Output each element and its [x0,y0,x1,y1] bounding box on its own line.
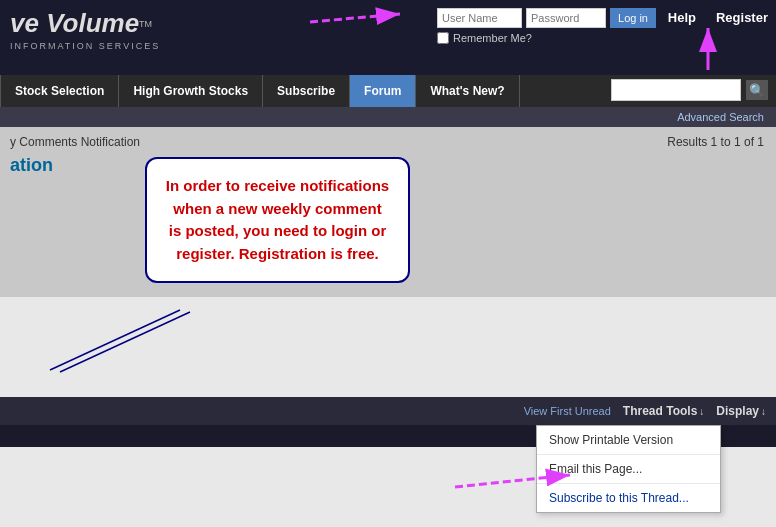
navbar: Stock Selection High Growth Stocks Subsc… [0,75,776,107]
search-input[interactable] [611,79,741,101]
display-button[interactable]: Display↓ [716,404,766,418]
nav-stock-selection[interactable]: Stock Selection [0,75,119,107]
password-input[interactable] [526,8,606,28]
notification-label: y Comments Notification [10,135,766,149]
dropdown-show-printable[interactable]: Show Printable Version [537,426,720,455]
login-button[interactable]: Log in [610,8,656,28]
help-button[interactable]: Help [668,10,696,25]
thread-bar: View First Unread Thread Tools↓ Display↓… [0,397,776,425]
username-input[interactable] [437,8,522,28]
header: ve VolumeTM INFORMATION SERVICES Log in … [0,0,776,75]
nav-high-growth[interactable]: High Growth Stocks [119,75,263,107]
login-row: Log in [437,8,656,28]
dropdown-email-page[interactable]: Email this Page... [537,455,720,484]
results-info: Results 1 to 1 of 1 [667,135,764,149]
advanced-search-bar: Advanced Search [0,107,776,127]
register-button[interactable]: Register [716,10,768,25]
logo-subtitle: INFORMATION SERVICES [10,41,160,51]
tooltip-box: In order to receive notifications when a… [145,157,410,283]
advanced-search-link[interactable]: Advanced Search [677,111,764,123]
content-area: y Comments Notification Results 1 to 1 o… [0,127,776,297]
search-icon[interactable]: 🔍 [746,80,768,100]
logo-text: ve VolumeTM [10,8,160,39]
thread-tools-dropdown: Show Printable Version Email this Page..… [536,425,721,513]
nav-whats-new[interactable]: What's New? [416,75,519,107]
nav-subscribe[interactable]: Subscribe [263,75,350,107]
thread-tools-button[interactable]: Thread Tools↓ [623,404,704,418]
nav-forum[interactable]: Forum [350,75,416,107]
remember-me-row: Remember Me? [437,32,656,44]
logo-area: ve VolumeTM INFORMATION SERVICES [10,8,160,51]
remember-me-label: Remember Me? [453,32,532,44]
svg-line-5 [60,312,190,372]
login-area: Log in Remember Me? [437,8,656,44]
svg-line-4 [50,310,180,370]
dropdown-subscribe-thread[interactable]: Subscribe to this Thread... [537,484,720,512]
tooltip-text: In order to receive notifications when a… [166,177,389,262]
remember-me-checkbox[interactable] [437,32,449,44]
view-first-unread-link[interactable]: View First Unread [524,405,611,417]
